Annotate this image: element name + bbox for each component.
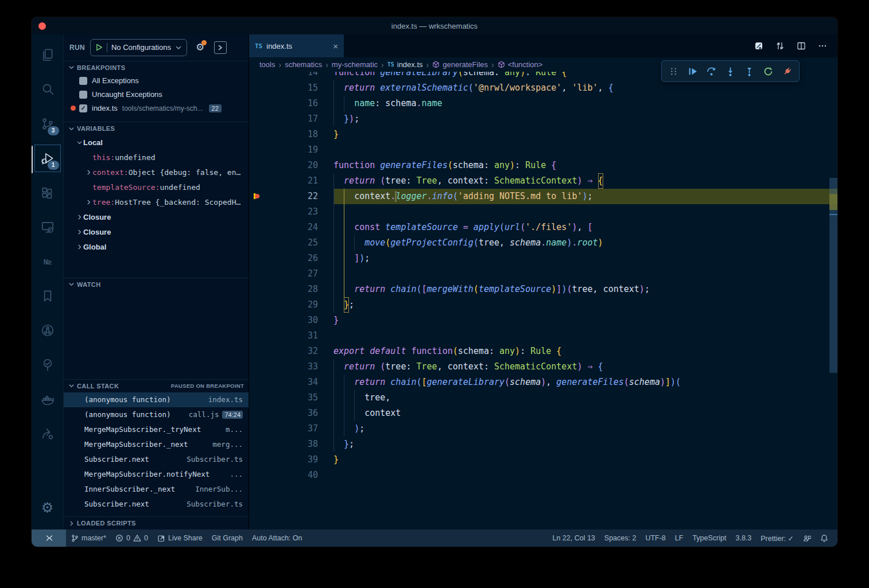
gutter[interactable]: 22: [249, 189, 333, 204]
activity-docker-icon[interactable]: [34, 383, 61, 415]
code-line-36[interactable]: 36 context: [249, 406, 837, 421]
split-editor-icon[interactable]: [797, 41, 806, 50]
tab-index-ts[interactable]: TS index.ts ×: [249, 34, 344, 57]
variables-scope-row[interactable]: Local: [64, 135, 249, 150]
statusbar-live-share[interactable]: Live Share: [153, 529, 207, 547]
statusbar-problems[interactable]: 00: [111, 529, 153, 547]
statusbar-auto-attach[interactable]: Auto Attach: On: [247, 529, 307, 547]
gutter[interactable]: 21: [249, 173, 333, 189]
statusbar-eol[interactable]: LF: [670, 529, 688, 547]
call-stack-frame[interactable]: Subscriber.nextSubscriber.ts: [64, 497, 249, 512]
call-stack-frame[interactable]: (anonymous function)index.ts: [64, 392, 249, 407]
code-line-37[interactable]: 37 );: [249, 421, 837, 437]
breadcrumb-item[interactable]: my-schematic: [332, 60, 378, 69]
gutter[interactable]: 40: [249, 468, 333, 483]
variables-scope-row[interactable]: Closure: [64, 224, 249, 239]
gutter[interactable]: 29: [249, 297, 333, 313]
activity-search-icon[interactable]: [34, 73, 61, 106]
gutter[interactable]: 20: [249, 158, 333, 173]
activity-explorer-icon[interactable]: [34, 39, 61, 71]
code-line-22[interactable]: 22 context.logger.info('adding NOTES.md …: [249, 189, 837, 204]
more-actions-icon[interactable]: [818, 41, 827, 50]
statusbar-notifications[interactable]: [816, 529, 833, 547]
breakpoint-row[interactable]: ✓index.tstools/schematics/my-sch...22: [64, 102, 249, 115]
gutter[interactable]: 25: [249, 235, 333, 251]
breakpoint-checkbox[interactable]: [79, 91, 87, 99]
gutter[interactable]: 31: [249, 328, 333, 344]
gutter[interactable]: 33: [249, 359, 333, 375]
code-editor[interactable]: 14function generateLibrary(schema: any):…: [249, 72, 837, 529]
variable-row[interactable]: tree: HostTree {_backend: ScopedH…: [64, 194, 249, 209]
code-line-17[interactable]: 17 });: [249, 111, 837, 127]
activity-run-and-debug-icon[interactable]: 1: [34, 142, 61, 174]
breakpoint-checkbox[interactable]: [79, 77, 87, 85]
gutter[interactable]: 32: [249, 344, 333, 359]
disconnect-button[interactable]: [781, 65, 793, 77]
continue-button[interactable]: [686, 65, 699, 77]
code-line-16[interactable]: 16 name: schema.name: [249, 96, 837, 111]
variables-header[interactable]: VARIABLES: [64, 122, 249, 135]
open-changes-icon[interactable]: [754, 41, 763, 50]
activity-gitlens-icon[interactable]: [34, 314, 61, 346]
variable-row[interactable]: templateSource: undefined: [64, 180, 249, 194]
code-line-20[interactable]: 20function generateFiles(schema: any): R…: [249, 158, 837, 173]
gutter[interactable]: 38: [249, 437, 333, 452]
call-stack-frame[interactable]: MergeMapSubscriber._tryNextm...: [64, 422, 249, 437]
gutter[interactable]: 27: [249, 266, 333, 282]
breadcrumb-item[interactable]: schematics: [285, 60, 322, 69]
gutter[interactable]: 17: [249, 111, 333, 127]
gutter[interactable]: 26: [249, 251, 333, 266]
breadcrumb-item[interactable]: generateFiles: [432, 60, 488, 69]
loaded-scripts-header[interactable]: LOADED SCRIPTS: [64, 517, 249, 529]
gutter[interactable]: 35: [249, 390, 333, 406]
code-line-21[interactable]: 21 return (tree: Tree, context: Schemati…: [249, 173, 837, 189]
activity-extensions-icon[interactable]: [34, 177, 61, 209]
call-stack-frame[interactable]: Subscriber.nextSubscriber.ts: [64, 452, 249, 467]
activity-testing-icon[interactable]: [34, 349, 61, 381]
code-line-27[interactable]: 27: [249, 266, 837, 282]
activity-source-control-icon[interactable]: 3: [34, 108, 61, 140]
breadcrumb-item[interactable]: <function>: [498, 60, 543, 69]
gutter[interactable]: 30: [249, 313, 333, 328]
variable-row[interactable]: this: undefined: [64, 150, 249, 165]
step-into-button[interactable]: [724, 65, 736, 77]
code-line-25[interactable]: 25 move(getProjectConfig(tree, schema.na…: [249, 235, 837, 251]
gutter[interactable]: 18: [249, 127, 333, 142]
start-debug-icon[interactable]: [95, 44, 103, 51]
paused-breakpoint-arrow-icon[interactable]: [254, 192, 263, 201]
statusbar-git-graph[interactable]: Git Graph: [207, 529, 247, 547]
zoom-window-button[interactable]: [63, 22, 70, 30]
call-stack-frame[interactable]: MergeMapSubscriber.notifyNext...: [64, 467, 249, 482]
drag-grip-button[interactable]: [668, 65, 680, 77]
activity-bookmarks-icon[interactable]: [34, 280, 61, 312]
code-line-18[interactable]: 18}: [249, 127, 837, 142]
code-line-26[interactable]: 26 ]);: [249, 251, 837, 266]
debug-console-icon[interactable]: [214, 41, 227, 54]
gutter[interactable]: 23: [249, 204, 333, 220]
statusbar-ts-version[interactable]: 3.8.3: [731, 529, 756, 547]
minimize-window-button[interactable]: [51, 22, 58, 30]
activity-live-share-icon[interactable]: [34, 418, 61, 450]
code-line-28[interactable]: 28 return chain([mergeWith(templateSourc…: [249, 282, 837, 297]
code-line-40[interactable]: 40: [249, 468, 837, 483]
breakpoint-row[interactable]: All Exceptions: [64, 74, 249, 88]
statusbar-prettier[interactable]: Prettier: ✓: [756, 529, 798, 547]
code-line-32[interactable]: 32export default function(schema: any): …: [249, 344, 837, 359]
variables-scope-row[interactable]: Closure: [64, 209, 249, 224]
gutter[interactable]: 36: [249, 406, 333, 421]
gutter[interactable]: 39: [249, 452, 333, 468]
statusbar-cursor-position[interactable]: Ln 22, Col 13: [548, 529, 599, 547]
code-line-31[interactable]: 31: [249, 328, 837, 344]
close-tab-icon[interactable]: ×: [333, 41, 338, 51]
breakpoints-header[interactable]: BREAKPOINTS: [64, 61, 249, 74]
variables-scope-row[interactable]: Global: [64, 239, 249, 254]
statusbar-encoding[interactable]: UTF-8: [641, 529, 670, 547]
call-stack-header[interactable]: CALL STACK PAUSED ON BREAKPOINT: [64, 380, 249, 392]
code-line-19[interactable]: 19: [249, 142, 837, 158]
code-line-34[interactable]: 34 return chain([generateLibrary(schema)…: [249, 375, 837, 390]
git-compare-icon[interactable]: [775, 41, 785, 50]
activity-manage-gear-icon[interactable]: ⚙: [34, 492, 61, 524]
configure-gear-icon[interactable]: ⚙: [196, 41, 204, 53]
statusbar-indentation[interactable]: Spaces: 2: [600, 529, 641, 547]
code-line-35[interactable]: 35 tree,: [249, 390, 837, 406]
